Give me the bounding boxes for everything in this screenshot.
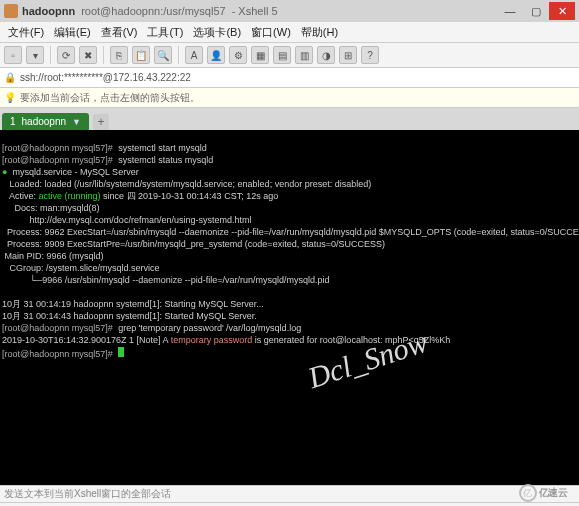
tip-text: 要添加当前会话，点击左侧的箭头按钮。 [20,91,200,105]
session-path: root@hadoopnn:/usr/mysql57 [81,5,225,17]
window-titlebar: hadoopnn root@hadoopnn:/usr/mysql57 - Xs… [0,0,579,22]
menu-bar: 文件(F) 编辑(E) 查看(V) 工具(T) 选项卡(B) 窗口(W) 帮助(… [0,22,579,42]
toolbar-icon[interactable]: ⊞ [339,46,357,64]
toolbar-icon[interactable]: ◑ [317,46,335,64]
address-bar[interactable]: 🔒 ssh://root:**********@172.16.43.222:22 [0,68,579,88]
menu-tools[interactable]: 工具(T) [143,23,187,42]
app-icon [4,4,18,18]
address-text: ssh://root:**********@172.16.43.222:22 [20,72,191,83]
brand-watermark: 亿 亿速云 [515,482,571,504]
brand-text: 亿速云 [539,486,568,500]
close-button[interactable]: ✕ [549,2,575,20]
minimize-button[interactable]: — [497,2,523,20]
toolbar-icon[interactable]: ▤ [273,46,291,64]
open-session-icon[interactable]: ▾ [26,46,44,64]
toolbar-separator [103,46,104,64]
find-icon[interactable]: 🔍 [154,46,172,64]
session-name: hadoopnn [22,5,75,17]
copy-icon[interactable]: ⎘ [110,46,128,64]
reconnect-icon[interactable]: ⟳ [57,46,75,64]
input-hint-bar[interactable]: 发送文本到当前Xshell窗口的全部会话 [0,485,579,503]
tab-close-icon[interactable]: ▼ [72,117,81,127]
menu-view[interactable]: 查看(V) [97,23,142,42]
profile-icon[interactable]: 👤 [207,46,225,64]
menu-window[interactable]: 窗口(W) [247,23,295,42]
toolbar-icon[interactable]: ▥ [295,46,313,64]
paste-icon[interactable]: 📋 [132,46,150,64]
disconnect-icon[interactable]: ✖ [79,46,97,64]
gear-icon[interactable]: ⚙ [229,46,247,64]
menu-help[interactable]: 帮助(H) [297,23,342,42]
tab-strip: 1 hadoopnn ▼ + [0,108,579,130]
terminal-cursor [118,347,124,357]
toolbar-separator [50,46,51,64]
tip-bar: 💡 要添加当前会话，点击左侧的箭头按钮。 [0,88,579,108]
brand-icon: 亿 [519,484,537,502]
tab-label: hadoopnn [22,116,67,127]
menu-edit[interactable]: 编辑(E) [50,23,95,42]
help-icon[interactable]: ? [361,46,379,64]
toolbar-separator [178,46,179,64]
tile-icon[interactable]: ▦ [251,46,269,64]
menu-file[interactable]: 文件(F) [4,23,48,42]
new-session-icon[interactable]: ▫ [4,46,22,64]
app-name: - Xshell 5 [232,5,278,17]
tab-index: 1 [10,116,16,127]
new-tab-button[interactable]: + [93,114,109,130]
bulb-icon: 💡 [4,92,16,103]
session-tab[interactable]: 1 hadoopnn ▼ [2,113,89,130]
maximize-button[interactable]: ▢ [523,2,549,20]
lock-icon: 🔒 [4,72,16,83]
menu-tabs[interactable]: 选项卡(B) [189,23,245,42]
font-color-icon[interactable]: A [185,46,203,64]
terminal-pane[interactable]: [root@hadoopnn mysql57]# systemctl start… [0,130,579,485]
toolbar: ▫ ▾ ⟳ ✖ ⎘ 📋 🔍 A 👤 ⚙ ▦ ▤ ▥ ◑ ⊞ ? [0,42,579,68]
